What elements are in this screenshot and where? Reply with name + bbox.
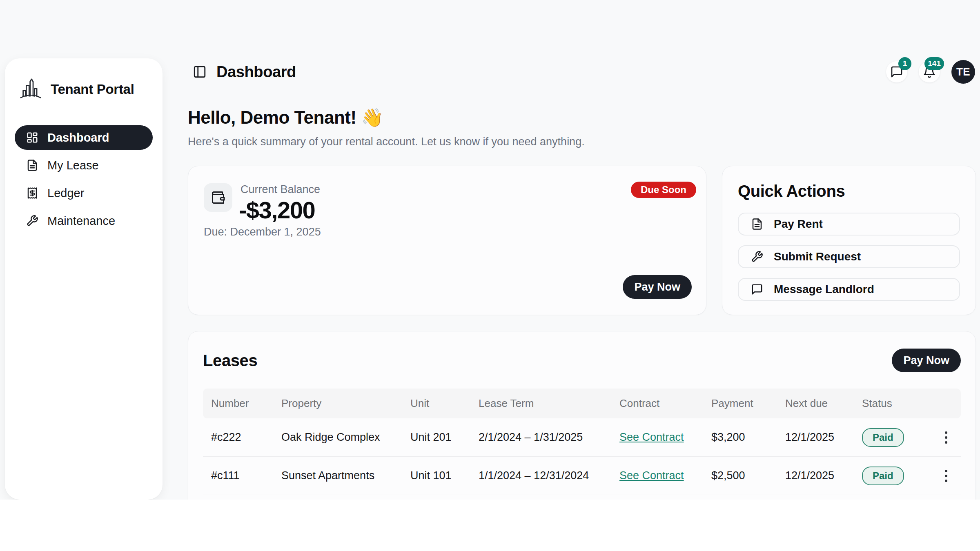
leases-title: Leases — [203, 351, 257, 370]
leases-card: Leases Pay Now Number Property Unit Leas… — [188, 331, 976, 500]
message-landlord-button[interactable]: Message Landlord — [738, 278, 960, 301]
app-logo: Tenant Portal — [18, 74, 153, 105]
leases-table: Number Property Unit Lease Term Contract… — [203, 389, 961, 495]
sidebar-item-label: Maintenance — [47, 214, 115, 228]
page-title: Dashboard — [216, 63, 296, 81]
table-row: #c222 Oak Ridge Complex Unit 201 2/1/202… — [203, 418, 961, 457]
leases-pay-now-button[interactable]: Pay Now — [892, 349, 961, 372]
sidebar-item-maintenance[interactable]: Maintenance — [15, 209, 153, 233]
lease-property: Sunset Apartments — [273, 469, 402, 482]
due-soon-badge: Due Soon — [631, 182, 696, 198]
lease-payment: $3,200 — [703, 431, 777, 444]
see-contract-link[interactable]: See Contract — [619, 469, 684, 482]
submit-request-button[interactable]: Submit Request — [738, 245, 960, 268]
welcome-subheading: Here's a quick summary of your rental ac… — [188, 136, 585, 148]
col-number: Number — [203, 397, 273, 410]
lease-number: #c222 — [203, 431, 273, 444]
see-contract-link[interactable]: See Contract — [619, 431, 684, 443]
notifications-count-badge: 141 — [924, 57, 944, 70]
lease-payment: $2,500 — [703, 469, 777, 482]
leases-table-header: Number Property Unit Lease Term Contract… — [203, 389, 961, 418]
app-title: Tenant Portal — [51, 82, 134, 97]
topbar-actions: 1 141 TE — [886, 60, 975, 84]
balance-label: Current Balance — [241, 183, 320, 196]
status-badge: Paid — [862, 428, 904, 447]
sidebar-item-label: Ledger — [47, 187, 84, 200]
quick-actions-card: Quick Actions Pay Rent Submit Request — [722, 166, 976, 315]
col-lease-term: Lease Term — [470, 397, 611, 410]
lease-term: 1/1/2024 – 12/31/2024 — [470, 469, 611, 482]
balance-amount: -$3,200 — [239, 196, 315, 224]
status-badge: Paid — [862, 467, 904, 485]
balance-card: Current Balance -$3,200 Due Soon Due: De… — [188, 166, 706, 315]
leases-header: Leases Pay Now — [203, 349, 961, 372]
pay-now-button[interactable]: Pay Now — [623, 275, 692, 299]
due-date-text: Due: December 1, 2025 — [204, 226, 321, 238]
file-text-icon — [26, 159, 38, 171]
file-text-icon — [751, 218, 763, 230]
lease-unit: Unit 101 — [402, 469, 470, 482]
welcome-heading: Hello, Demo Tenant! 👋 — [188, 107, 383, 128]
wrench-icon — [26, 215, 38, 227]
sidebar-toggle-button[interactable] — [193, 64, 207, 79]
col-property: Property — [273, 397, 402, 410]
table-row: #c111 Sunset Apartments Unit 101 1/1/202… — [203, 457, 961, 495]
lease-number: #c111 — [203, 469, 273, 482]
row-menu-button[interactable] — [941, 466, 951, 486]
col-contract: Contract — [611, 397, 703, 410]
messages-button[interactable]: 1 — [886, 61, 907, 82]
row-menu-button[interactable] — [941, 427, 951, 448]
dashboard-grid-icon — [26, 131, 38, 144]
sidebar-item-my-lease[interactable]: My Lease — [15, 153, 153, 178]
quick-actions-title: Quick Actions — [738, 182, 960, 200]
buildings-logo-icon — [18, 77, 43, 102]
message-landlord-label: Message Landlord — [774, 283, 874, 296]
lease-next-due: 12/1/2025 — [777, 431, 854, 444]
messages-count-badge: 1 — [898, 57, 911, 70]
notifications-button[interactable]: 141 — [919, 61, 940, 82]
lease-term: 2/1/2024 – 1/31/2025 — [470, 431, 611, 444]
sidebar-item-label: My Lease — [47, 159, 99, 172]
panel-left-icon — [193, 65, 207, 79]
sidebar: Tenant Portal Dashboard — [5, 58, 163, 500]
sidebar-item-ledger[interactable]: Ledger — [15, 181, 153, 205]
submit-request-label: Submit Request — [774, 250, 861, 263]
lease-unit: Unit 201 — [402, 431, 470, 444]
wrench-icon — [751, 251, 763, 263]
topbar: Dashboard 1 141 TE — [188, 57, 975, 87]
sidebar-nav: Dashboard My Lease Ledge — [15, 125, 153, 233]
user-avatar[interactable]: TE — [951, 60, 975, 84]
pay-rent-label: Pay Rent — [774, 218, 823, 231]
message-icon — [751, 283, 763, 295]
receipt-icon — [26, 187, 38, 199]
sidebar-item-label: Dashboard — [47, 131, 109, 144]
col-unit: Unit — [402, 397, 470, 410]
wallet-icon — [204, 183, 232, 212]
lease-next-due: 12/1/2025 — [777, 469, 854, 482]
pay-rent-button[interactable]: Pay Rent — [738, 213, 960, 236]
lease-property: Oak Ridge Complex — [273, 431, 402, 444]
col-next-due: Next due — [777, 397, 854, 410]
col-status: Status — [854, 397, 931, 410]
sidebar-item-dashboard[interactable]: Dashboard — [15, 125, 153, 150]
app-viewport: Tenant Portal Dashboard — [0, 0, 980, 500]
col-payment: Payment — [703, 397, 777, 410]
